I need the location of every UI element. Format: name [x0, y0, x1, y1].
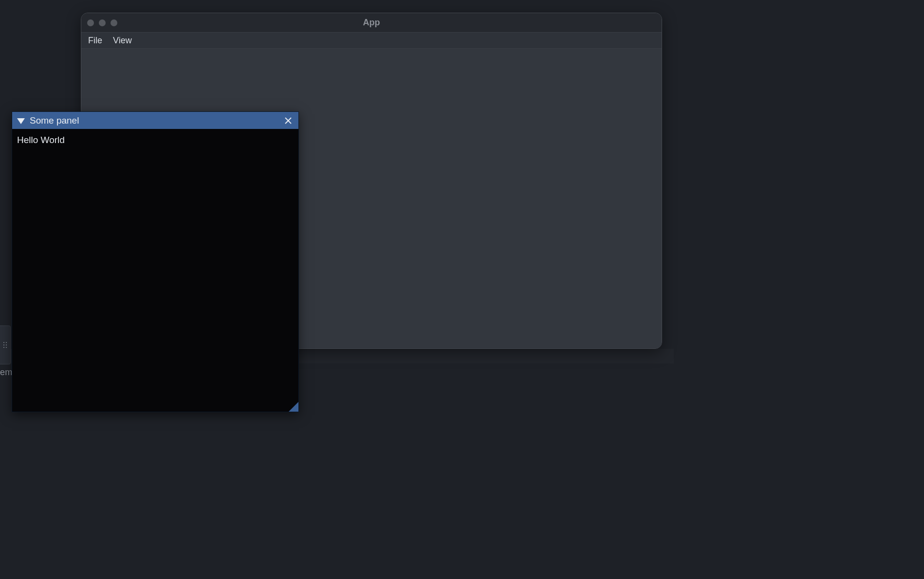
- panel-header[interactable]: Some panel: [12, 112, 298, 129]
- floating-panel[interactable]: Some panel Hello World: [12, 111, 299, 412]
- menu-file[interactable]: File: [88, 36, 102, 46]
- close-icon: [284, 117, 292, 125]
- traffic-lights: [87, 19, 117, 26]
- panel-body: Hello World: [12, 129, 298, 151]
- triangle-down-icon[interactable]: [17, 118, 25, 124]
- side-dock-label-fragment: em: [0, 367, 12, 378]
- panel-close-button[interactable]: [283, 115, 294, 126]
- drag-grip-icon: [3, 342, 7, 348]
- side-dock-handle[interactable]: [0, 326, 11, 364]
- menubar: File View: [81, 33, 662, 49]
- panel-title: Some panel: [30, 115, 278, 126]
- panel-resize-handle[interactable]: [289, 402, 298, 412]
- menu-view[interactable]: View: [113, 36, 132, 46]
- minimize-window-button[interactable]: [99, 19, 106, 26]
- titlebar[interactable]: App: [81, 13, 662, 33]
- maximize-window-button[interactable]: [111, 19, 117, 26]
- close-window-button[interactable]: [87, 19, 94, 26]
- window-title: App: [81, 18, 662, 28]
- panel-content-text: Hello World: [17, 135, 294, 145]
